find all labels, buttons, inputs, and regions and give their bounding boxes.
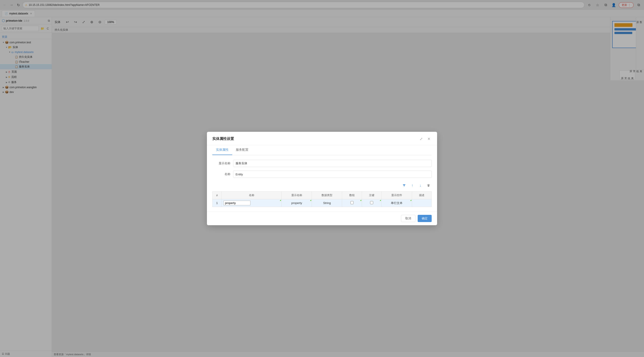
col-display-name: 显示名称 xyxy=(282,192,312,199)
table-move-down-button[interactable]: ↓ xyxy=(417,182,424,189)
col-array: 数组 xyxy=(342,192,362,199)
dialog-title: 实体属性设置 xyxy=(212,136,234,141)
table-move-up-button[interactable]: ↑ xyxy=(409,182,416,189)
cell-desc-1[interactable] xyxy=(412,199,432,207)
confirm-button[interactable]: 确定 xyxy=(418,215,432,222)
display-name-label: 显示名称 xyxy=(212,161,230,166)
cell-num-1: 1 xyxy=(212,199,222,207)
properties-table: # 名称 显示名称 数据类型 数组 主键 显示控件 描述 1 xyxy=(212,191,432,207)
cell-arrow-key xyxy=(380,200,381,201)
cancel-button[interactable]: 取消 xyxy=(401,215,416,222)
table-header: # 名称 显示名称 数据类型 数组 主键 显示控件 描述 xyxy=(212,192,432,199)
cell-arrow-widget xyxy=(410,200,411,201)
cell-arrow-display xyxy=(310,200,311,201)
table-row: 1 property String xyxy=(212,199,432,207)
cell-display-name-1: property xyxy=(282,199,312,207)
table-toolbar: ↑ ↓ xyxy=(212,182,432,190)
svg-rect-1 xyxy=(428,184,429,184)
tab-entity-properties-label: 实体属性 xyxy=(216,148,228,152)
cell-arrow-name xyxy=(280,200,281,201)
name-row: 名称 xyxy=(212,170,432,178)
cell-widget-1[interactable]: 单行文本 xyxy=(382,199,412,207)
col-desc: 描述 xyxy=(412,192,432,199)
display-name-row: 显示名称 xyxy=(212,160,432,167)
display-name-cell-value: property xyxy=(291,201,302,205)
dialog-body: 实体属性 服务配置 显示名称 名称 ↑ ↓ xyxy=(207,145,437,212)
key-checkbox[interactable] xyxy=(370,201,373,204)
dialog-close-button[interactable]: ✕ xyxy=(426,136,432,142)
svg-rect-0 xyxy=(427,184,430,185)
col-key: 主键 xyxy=(362,192,381,199)
cell-array-1[interactable] xyxy=(342,199,362,207)
col-num: # xyxy=(212,192,222,199)
tab-service-config-label: 服务配置 xyxy=(236,148,248,152)
display-name-input[interactable] xyxy=(233,160,432,167)
dialog-tabs: 实体属性 服务配置 xyxy=(212,145,432,155)
dialog-header: 实体属性设置 ⤢ ✕ xyxy=(207,132,437,145)
cell-key-1[interactable] xyxy=(362,199,381,207)
col-data-type: 数据类型 xyxy=(312,192,342,199)
table-body: 1 property String xyxy=(212,199,432,207)
entity-properties-dialog: 实体属性设置 ⤢ ✕ 实体属性 服务配置 显示名称 xyxy=(207,132,437,225)
table-filter-button[interactable] xyxy=(401,182,407,189)
data-type-value: String xyxy=(323,201,331,205)
dialog-footer: 取消 确定 xyxy=(207,212,437,225)
tab-entity-properties[interactable]: 实体属性 xyxy=(212,145,232,155)
modal-overlay: 实体属性设置 ⤢ ✕ 实体属性 服务配置 显示名称 xyxy=(0,0,644,357)
dialog-header-actions: ⤢ ✕ xyxy=(418,136,432,142)
name-cell-input[interactable] xyxy=(224,200,250,205)
name-input[interactable] xyxy=(233,170,432,178)
cell-name-1[interactable] xyxy=(222,199,282,207)
cell-data-type-1[interactable]: String xyxy=(312,199,342,207)
table-delete-button[interactable] xyxy=(425,182,432,189)
col-name: 名称 xyxy=(222,192,282,199)
array-checkbox[interactable] xyxy=(350,201,354,204)
dialog-maximize-button[interactable]: ⤢ xyxy=(418,136,424,142)
col-widget: 显示控件 xyxy=(382,192,412,199)
widget-value: 单行文本 xyxy=(391,201,402,205)
tab-service-config[interactable]: 服务配置 xyxy=(232,145,252,155)
name-label: 名称 xyxy=(212,172,230,176)
cell-arrow-array xyxy=(360,200,361,201)
